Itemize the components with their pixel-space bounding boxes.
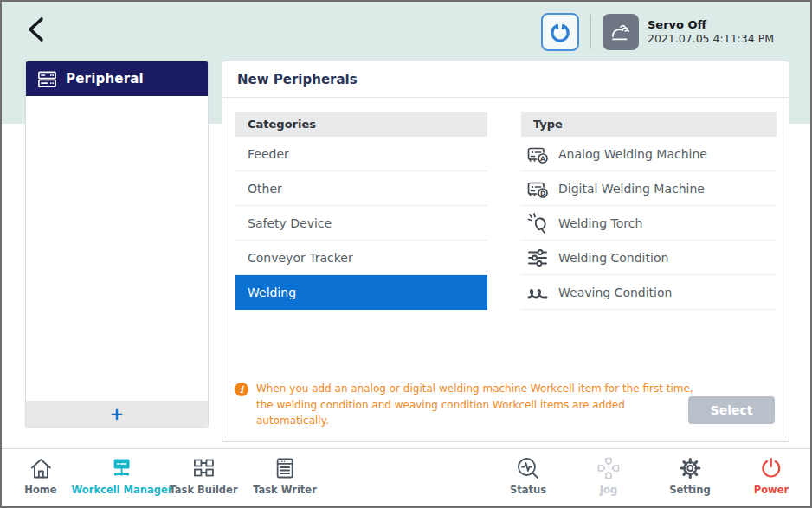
type-column: Type A Analog Welding Machine D Digital … — [521, 112, 777, 310]
home-icon — [28, 455, 54, 481]
analog-welding-machine-icon: A — [526, 143, 549, 165]
robot-hand-icon — [603, 14, 639, 50]
nav-item-status[interactable]: Status — [510, 455, 546, 496]
setting-icon — [677, 455, 703, 481]
back-button[interactable] — [21, 13, 52, 46]
peripheral-panel-title: Peripheral — [66, 71, 144, 87]
panel-title: New Peripherals — [237, 72, 358, 87]
divider — [590, 15, 591, 49]
info-text: When you add an analog or digital weldin… — [256, 381, 697, 429]
recovery-circle-icon — [549, 21, 571, 43]
nav-item-home[interactable]: Home — [24, 455, 56, 496]
top-right-controls: Servo Off 2021.07.05 4:11:34 PM — [541, 13, 774, 51]
category-row-feeder[interactable]: Feeder — [235, 137, 487, 171]
categories-column: Categories Feeder Other Safety Device Co… — [235, 112, 487, 310]
task-builder-icon — [190, 455, 216, 481]
nav-label: Workcell Manager — [72, 484, 173, 496]
timestamp: 2021.07.05 4:11:34 PM — [648, 32, 774, 47]
weaving-condition-icon — [526, 281, 549, 304]
type-label: Welding Torch — [558, 216, 642, 230]
bottom-navigation: Home Workcell Manager Task Builder Task … — [2, 448, 810, 506]
task-writer-icon — [272, 455, 298, 481]
nav-label: Status — [510, 484, 546, 496]
back-icon — [26, 16, 47, 42]
nav-item-setting[interactable]: Setting — [669, 455, 710, 496]
type-row-weaving-condition[interactable]: Weaving Condition — [521, 275, 777, 310]
peripheral-panel: Peripheral + — [25, 61, 209, 428]
servo-status: Servo Off — [648, 17, 774, 33]
status-icon — [515, 455, 541, 481]
power-icon — [758, 455, 784, 481]
nav-label: Power — [754, 484, 789, 496]
nav-label: Setting — [669, 484, 710, 496]
type-row-digital-welding-machine[interactable]: D Digital Welding Machine — [521, 171, 777, 206]
nav-label: Jog — [600, 484, 617, 496]
nav-item-task-writer[interactable]: Task Writer — [253, 455, 317, 496]
type-row-welding-condition[interactable]: Welding Condition — [521, 241, 777, 275]
category-row-safety-device[interactable]: Safety Device — [235, 206, 487, 241]
panel-title-bar: New Peripherals — [222, 61, 789, 98]
type-row-welding-torch[interactable]: Welding Torch — [521, 206, 777, 241]
svg-text:A: A — [540, 154, 545, 162]
nav-item-workcell-manager[interactable]: Workcell Manager — [72, 455, 173, 496]
category-row-welding[interactable]: Welding — [235, 275, 487, 310]
category-row-other[interactable]: Other — [235, 171, 487, 206]
type-label: Weaving Condition — [558, 286, 672, 299]
info-message: i When you add an analog or digital weld… — [235, 381, 697, 429]
nav-item-jog[interactable]: Jog — [596, 455, 622, 496]
nav-label: Task Builder — [169, 484, 237, 496]
recovery-button[interactable] — [541, 13, 579, 51]
add-peripheral-button[interactable]: + — [26, 401, 208, 427]
welding-torch-icon — [526, 212, 549, 235]
nav-item-power[interactable]: Power — [754, 455, 789, 496]
type-header: Type — [521, 112, 777, 137]
type-row-analog-welding-machine[interactable]: A Analog Welding Machine — [521, 137, 777, 171]
peripheral-stack-icon — [37, 69, 57, 89]
category-row-conveyor-tracker[interactable]: Conveyor Tracker — [235, 241, 487, 275]
categories-header: Categories — [235, 112, 487, 137]
peripheral-item-list — [26, 96, 208, 401]
nav-label: Task Writer — [253, 484, 317, 496]
pendant-screen: Servo Off 2021.07.05 4:11:34 PM Peripher… — [0, 0, 812, 508]
plus-icon: + — [110, 405, 125, 422]
type-label: Welding Condition — [558, 251, 668, 265]
type-label: Analog Welding Machine — [558, 147, 707, 161]
type-label: Digital Welding Machine — [558, 182, 705, 196]
info-icon: i — [235, 383, 248, 396]
new-peripherals-panel: New Peripherals Categories Feeder Other … — [222, 61, 789, 442]
servo-status-block: Servo Off 2021.07.05 4:11:34 PM — [648, 17, 774, 47]
jog-icon — [596, 455, 622, 481]
svg-text:D: D — [540, 189, 545, 196]
digital-welding-machine-icon: D — [526, 177, 549, 200]
welding-condition-icon — [526, 247, 549, 269]
nav-item-task-builder[interactable]: Task Builder — [169, 455, 237, 496]
workcell-manager-icon — [109, 455, 135, 481]
select-button[interactable]: Select — [688, 396, 775, 424]
peripheral-panel-header: Peripheral — [26, 61, 208, 96]
nav-label: Home — [24, 484, 56, 496]
